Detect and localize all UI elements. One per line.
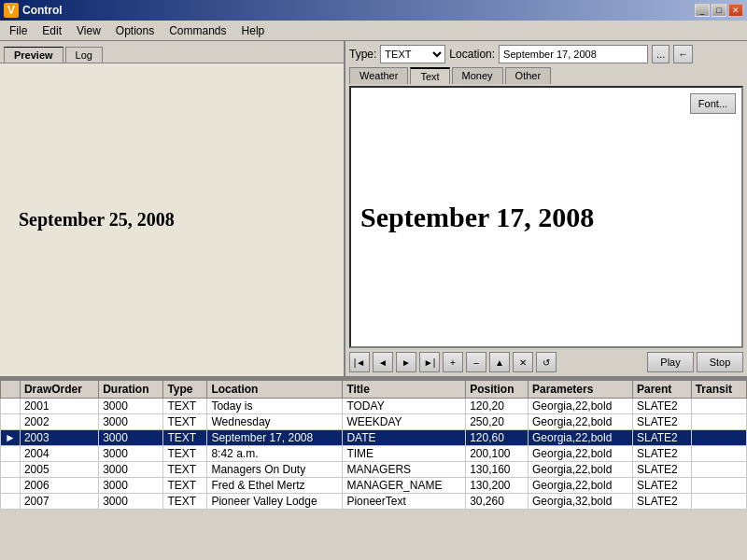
cell-duration: 3000 [99,430,163,446]
goto-start-button[interactable]: |◄ [349,352,370,372]
cell-parameters: Georgia,22,bold [528,414,632,430]
data-table: DrawOrder Duration Type Location Title P… [0,380,747,510]
table-row[interactable]: ► 2003 3000 TEXT September 17, 2008 DATE… [1,430,747,446]
table-row[interactable]: 2004 3000 TEXT 8:42 a.m. TIME 200,100 Ge… [1,446,747,462]
cell-title: TODAY [343,399,466,414]
cell-position: 130,200 [466,478,529,494]
menu-edit[interactable]: Edit [35,22,69,39]
row-indicator [1,446,21,462]
cell-transit [691,494,746,510]
prev-button[interactable]: ◄ [373,352,393,372]
cell-duration: 3000 [99,446,163,462]
preview-tab-row: Preview Log [0,41,344,63]
up-button[interactable]: ▲ [489,352,510,372]
menu-help[interactable]: Help [234,22,273,39]
cell-parameters: Georgia,22,bold [528,430,632,446]
tab-preview[interactable]: Preview [4,47,63,63]
col-location[interactable]: Location [207,381,343,399]
main-content: Preview Log September 25, 2008 Type: TEX… [0,41,747,378]
row-indicator [1,414,21,430]
back-button[interactable]: ← [673,45,693,63]
cell-type: TEXT [163,462,207,478]
cell-title: TIME [343,446,466,462]
cell-position: 200,100 [466,446,529,462]
transport-row: |◄ ◄ ► ►| + – ▲ ✕ ↺ Play Stop [349,352,743,372]
tab-text[interactable]: Text [410,67,449,84]
cell-type: TEXT [163,414,207,430]
cell-parent: SLATE2 [632,478,691,494]
type-label: Type: [349,48,376,61]
table-row[interactable]: 2001 3000 TEXT Today is TODAY 120,20 Geo… [1,399,747,414]
cell-draworder: 2007 [20,494,98,510]
cell-transit [691,462,746,478]
cell-location: Pioneer Valley Lodge [207,494,343,510]
menu-file[interactable]: File [2,22,35,39]
cell-type: TEXT [163,430,207,446]
table-area: DrawOrder Duration Type Location Title P… [0,378,747,560]
table-row[interactable]: 2005 3000 TEXT Managers On Duty MANAGERS… [1,462,747,478]
cell-position: 30,260 [466,494,529,510]
cell-draworder: 2006 [20,478,98,494]
minimize-button[interactable]: _ [695,4,710,17]
row-indicator [1,399,21,414]
col-type[interactable]: Type [163,381,207,399]
menu-commands[interactable]: Commands [162,22,233,39]
col-transit[interactable]: Transit [691,381,746,399]
display-text: September 17, 2008 [360,202,594,233]
cell-transit [691,430,746,446]
cell-location: September 17, 2008 [207,430,343,446]
play-button[interactable]: Play [647,352,694,372]
col-indicator [1,381,21,399]
cell-title: DATE [343,430,466,446]
cell-location: Today is [207,399,343,414]
refresh-button[interactable]: ↺ [536,352,557,372]
table-row[interactable]: 2006 3000 TEXT Fred & Ethel Mertz MANAGE… [1,478,747,494]
menu-bar: File Edit View Options Commands Help [0,21,747,41]
cancel-button[interactable]: ✕ [513,352,533,372]
stop-button[interactable]: Stop [697,352,743,372]
menu-options[interactable]: Options [108,22,162,39]
cell-draworder: 2002 [20,414,98,430]
col-duration[interactable]: Duration [99,381,163,399]
tab-log[interactable]: Log [65,47,103,63]
cell-transit [691,446,746,462]
menu-view[interactable]: View [69,22,108,39]
add-button[interactable]: + [443,352,463,372]
table-row[interactable]: 2002 3000 TEXT Wednesday WEEKDAY 250,20 … [1,414,747,430]
tab-money[interactable]: Money [452,67,503,84]
maximize-button[interactable]: □ [712,4,726,17]
cell-title: PioneerText [343,494,466,510]
cell-duration: 3000 [99,478,163,494]
table-container[interactable]: DrawOrder Duration Type Location Title P… [0,380,747,560]
minus-button[interactable]: – [466,352,486,372]
cell-draworder: 2004 [20,446,98,462]
location-input[interactable] [499,45,648,63]
cell-transit [691,414,746,430]
cell-duration: 3000 [99,462,163,478]
col-title[interactable]: Title [343,381,466,399]
play-forward-button[interactable]: ► [396,352,416,372]
col-parent[interactable]: Parent [632,381,691,399]
row-indicator [1,494,21,510]
cell-title: MANAGER_NAME [343,478,466,494]
cell-parameters: Georgia,22,bold [528,478,632,494]
cell-parent: SLATE2 [632,494,691,510]
col-draworder[interactable]: DrawOrder [20,381,98,399]
tab-weather[interactable]: Weather [349,67,408,84]
row-indicator [1,462,21,478]
app-icon: V [4,3,19,18]
preview-panel: Preview Log September 25, 2008 [0,41,345,376]
cell-duration: 3000 [99,414,163,430]
cell-draworder: 2001 [20,399,98,414]
dots-button[interactable]: ... [652,45,669,63]
cell-parent: SLATE2 [632,399,691,414]
col-position[interactable]: Position [466,381,529,399]
cell-title: WEEKDAY [343,414,466,430]
col-parameters[interactable]: Parameters [528,381,632,399]
table-row[interactable]: 2007 3000 TEXT Pioneer Valley Lodge Pion… [1,494,747,510]
close-button[interactable]: ✕ [728,4,743,17]
tab-other[interactable]: Other [505,67,552,84]
font-button[interactable]: Font... [690,93,736,114]
goto-end-button[interactable]: ►| [419,352,440,372]
type-select[interactable]: TEXT [380,45,445,63]
